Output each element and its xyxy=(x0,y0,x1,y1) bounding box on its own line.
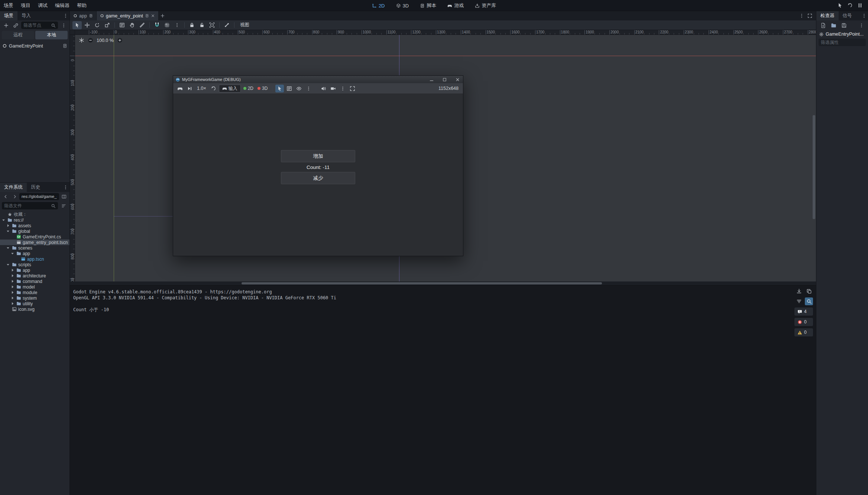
copy-output-icon[interactable] xyxy=(805,287,813,295)
current-path-field[interactable] xyxy=(19,193,59,200)
scrollbar-thumb[interactable] xyxy=(242,282,602,284)
script-icon[interactable] xyxy=(89,14,93,18)
scale-tool-button[interactable] xyxy=(103,21,112,29)
game-select-mode-button[interactable] xyxy=(275,85,284,92)
window-close-button[interactable] xyxy=(452,76,463,83)
file-filter-input[interactable] xyxy=(4,203,49,208)
distraction-free-icon[interactable] xyxy=(806,11,814,20)
fs-item-architecture[interactable]: architecture xyxy=(0,273,69,279)
fs-item-global[interactable]: global xyxy=(0,228,69,234)
workspace-script-button[interactable]: 脚本 xyxy=(417,1,439,10)
close-tab-icon[interactable] xyxy=(151,14,155,18)
workspace-2d-button[interactable]: 2D xyxy=(369,2,388,10)
load-resource-icon[interactable] xyxy=(829,23,838,28)
expander-open-icon[interactable] xyxy=(10,251,15,256)
add-node-button[interactable] xyxy=(2,23,10,28)
window-minimize-button[interactable] xyxy=(426,76,437,83)
remote-button[interactable]: 远程 xyxy=(2,31,34,39)
canvas-vertical-scrollbar[interactable] xyxy=(813,115,815,219)
expander-closed-icon[interactable] xyxy=(10,268,15,273)
expander-open-icon[interactable] xyxy=(6,245,10,250)
skeleton-options-button[interactable] xyxy=(222,21,231,29)
scene-dock-menu-icon[interactable] xyxy=(61,11,69,20)
interact-cursor-icon[interactable] xyxy=(837,3,843,8)
scene-tree-menu-icon[interactable] xyxy=(59,23,68,28)
fs-item-app-tscn[interactable]: app.tscn xyxy=(0,256,69,262)
list-select-button[interactable] xyxy=(117,21,127,29)
game-window[interactable]: MyGFrameworkGame (DEBUG) 1.0× 输入 xyxy=(173,75,463,256)
game-select-menu-icon[interactable] xyxy=(304,85,313,92)
menu-scene[interactable]: 场景 xyxy=(0,1,17,10)
tab-scene[interactable]: 场景 xyxy=(0,11,17,20)
tab-signals[interactable]: 信号 xyxy=(839,11,856,20)
clear-output-icon[interactable] xyxy=(795,287,803,295)
fs-item-model[interactable]: model xyxy=(0,284,69,290)
scene-filter-input[interactable] xyxy=(23,23,49,28)
fs-item-command[interactable]: command xyxy=(0,279,69,284)
property-filter-input[interactable] xyxy=(821,40,864,45)
pan-tool-button[interactable] xyxy=(127,21,137,29)
workspace-game-button[interactable]: 游戏 xyxy=(444,1,467,10)
expander-open-icon[interactable] xyxy=(1,218,6,222)
expander-closed-icon[interactable] xyxy=(6,223,10,228)
camera-2d-button[interactable]: 2D xyxy=(242,85,255,92)
menu-editor[interactable]: 编辑器 xyxy=(51,1,73,10)
suspend-game-button[interactable] xyxy=(176,85,184,92)
game-fullscreen-button[interactable] xyxy=(348,85,357,92)
warnings-badge[interactable]: 0 xyxy=(794,328,813,336)
fs-item-icon-svg[interactable]: icon.svg xyxy=(0,306,69,312)
tab-import[interactable]: 导入 xyxy=(17,11,35,20)
zoom-in-icon[interactable] xyxy=(117,38,123,43)
script-icon[interactable] xyxy=(145,14,149,18)
restart-game-icon[interactable] xyxy=(847,3,853,8)
lock-button[interactable] xyxy=(187,21,197,29)
decrease-button[interactable]: 减少 xyxy=(281,172,355,184)
file-sort-icon[interactable] xyxy=(59,203,68,208)
property-filter-field[interactable] xyxy=(819,39,866,46)
select-tool-button[interactable] xyxy=(72,21,82,29)
game-screenshot-button[interactable] xyxy=(329,85,337,92)
2d-canvas[interactable]: 100.0 % MyGFrameworkGame (DEBUG) xyxy=(75,35,816,281)
new-scene-tab-button[interactable] xyxy=(159,11,167,20)
fs-item-scripts[interactable]: scripts xyxy=(0,262,69,267)
output-filter-icon[interactable] xyxy=(795,297,803,305)
workspace-3d-button[interactable]: 3D xyxy=(393,2,412,10)
window-maximize-button[interactable] xyxy=(439,76,450,83)
nav-back-icon[interactable] xyxy=(1,194,10,199)
save-resource-icon[interactable] xyxy=(840,23,848,28)
expander-closed-icon[interactable] xyxy=(10,284,15,289)
smart-snap-button[interactable] xyxy=(152,21,162,29)
expander-closed-icon[interactable] xyxy=(10,296,15,300)
zoom-percent-button[interactable]: 100.0 % xyxy=(97,38,114,43)
menu-help[interactable]: 帮助 xyxy=(73,1,90,10)
expander-open-icon[interactable] xyxy=(6,229,10,234)
fs-item-gameentrypoint-cs[interactable]: GameEntryPoint.cs xyxy=(0,234,69,240)
input-mode-button[interactable]: 输入 xyxy=(219,85,241,92)
view-menu-button[interactable]: 视图 xyxy=(237,21,252,29)
time-scale-label[interactable]: 1.0× xyxy=(195,86,208,91)
scene-tab-game-entry-point[interactable]: game_entry_point xyxy=(97,11,159,20)
center-view-icon[interactable] xyxy=(79,38,84,43)
inspected-node-header[interactable]: GameEntryPoint... xyxy=(816,30,868,38)
game-visibility-button[interactable] xyxy=(295,85,303,92)
game-audio-mute-button[interactable] xyxy=(319,85,328,92)
attached-script-icon[interactable] xyxy=(62,43,67,48)
fs-item-system[interactable]: system xyxy=(0,295,69,301)
menu-project[interactable]: 项目 xyxy=(17,1,34,10)
resource-options-menu-icon[interactable] xyxy=(857,23,865,28)
nav-forward-icon[interactable] xyxy=(10,194,19,199)
current-path-input[interactable] xyxy=(22,194,57,199)
expander-closed-icon[interactable] xyxy=(10,273,15,278)
scene-filter-field[interactable] xyxy=(21,22,58,29)
tab-filesystem[interactable]: 文件系统 xyxy=(0,183,27,192)
group-button[interactable] xyxy=(207,21,217,29)
tab-inspector[interactable]: 检查器 xyxy=(816,11,839,20)
camera-3d-button[interactable]: 3D xyxy=(256,85,269,92)
increase-button[interactable]: 增加 xyxy=(281,150,355,162)
snap-options-menu-icon[interactable] xyxy=(172,21,182,29)
messages-badge[interactable]: 4 xyxy=(794,307,813,316)
fs-item-scripts-app[interactable]: app xyxy=(0,267,69,273)
instance-scene-button[interactable] xyxy=(12,23,20,28)
expander-closed-icon[interactable] xyxy=(10,279,15,284)
scene-tree-node-gameentrypoint[interactable]: GameEntryPoint xyxy=(0,42,69,49)
